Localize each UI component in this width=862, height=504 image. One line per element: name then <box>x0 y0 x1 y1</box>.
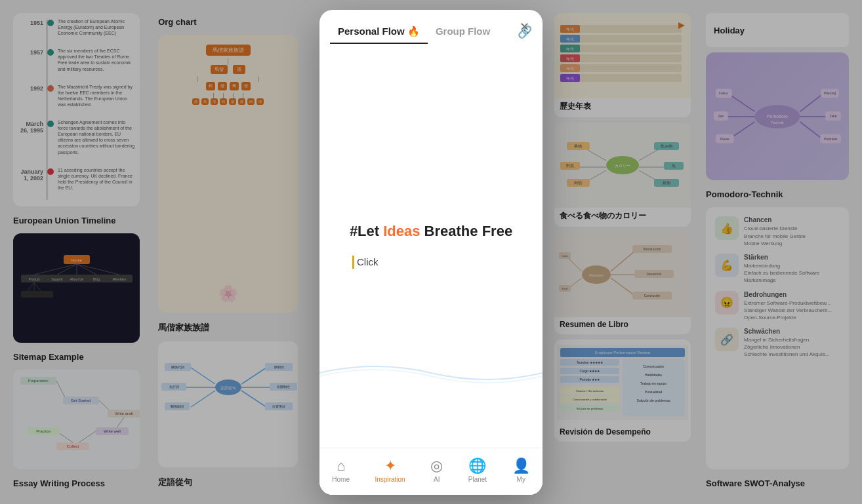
cursor-bar <box>352 256 354 269</box>
nav-ai[interactable]: ◎ AI <box>422 455 451 486</box>
wave-svg <box>319 353 543 393</box>
tab-personal-flow[interactable]: Personal Flow 🔥 <box>330 20 428 44</box>
modal-nav-bar: ⌂ Home ✦ Inspiration ◎ AI 🌐 Planet 👤 My <box>319 448 543 495</box>
ai-icon: ◎ <box>430 457 443 475</box>
modal: ✕ Personal Flow 🔥 Group Flow 🔗 #Let Idea… <box>319 10 543 495</box>
modal-header: Personal Flow 🔥 Group Flow 🔗 <box>319 10 543 44</box>
tab-personal-fire-emoji: 🔥 <box>405 26 420 37</box>
nav-planet[interactable]: 🌐 Planet <box>461 455 495 486</box>
modal-main-content: #Let Ideas Breathe Free Click <box>319 44 543 448</box>
modal-close-button[interactable]: ✕ <box>515 18 533 36</box>
my-label: My <box>517 476 525 483</box>
nav-inspiration[interactable]: ✦ Inspiration <box>367 455 413 486</box>
inspiration-label: Inspiration <box>375 476 405 483</box>
planet-label: Planet <box>468 476 487 483</box>
nav-home[interactable]: ⌂ Home <box>324 455 358 486</box>
modal-cursor-line: Click <box>352 256 379 269</box>
headline-ideas: Ideas <box>383 223 420 239</box>
inspiration-icon: ✦ <box>384 457 396 475</box>
tab-group-flow[interactable]: Group Flow <box>428 20 498 43</box>
my-icon: 👤 <box>512 457 530 475</box>
headline-suffix: Breathe Free <box>421 223 513 239</box>
modal-click-text: Click <box>357 256 379 267</box>
tab-personal-flow-label: Personal Flow <box>338 26 405 37</box>
nav-my[interactable]: 👤 My <box>504 455 538 486</box>
tab-group-flow-label: Group Flow <box>436 26 490 37</box>
headline-prefix: #Let <box>350 223 383 239</box>
home-label: Home <box>332 476 350 483</box>
modal-headline-area: #Let Ideas Breathe Free <box>350 223 512 245</box>
ai-label: AI <box>434 476 440 483</box>
modal-wave <box>319 353 543 395</box>
planet-icon: 🌐 <box>468 457 486 475</box>
home-icon: ⌂ <box>337 457 345 475</box>
modal-headline: #Let Ideas Breathe Free <box>350 223 512 240</box>
